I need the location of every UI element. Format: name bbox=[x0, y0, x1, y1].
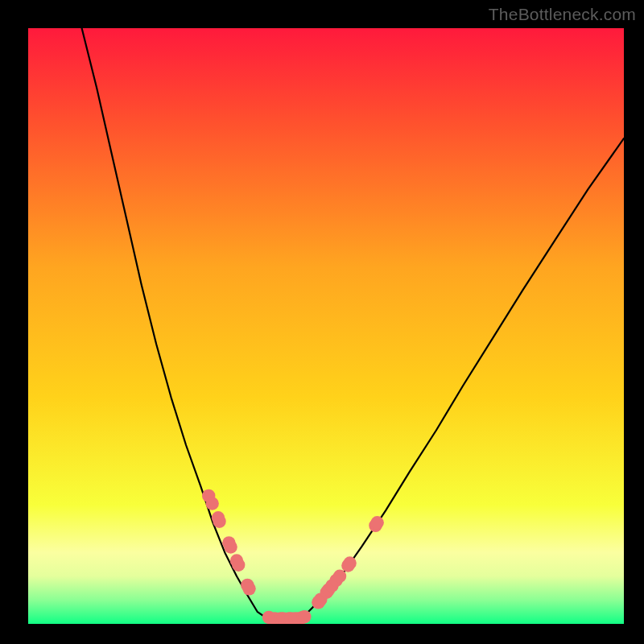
gradient-background bbox=[28, 28, 624, 624]
marker-dot bbox=[370, 516, 383, 529]
plot-area bbox=[28, 28, 624, 624]
marker-dot bbox=[298, 610, 311, 623]
marker-dot bbox=[213, 515, 225, 528]
chart-frame: TheBottleneck.com bbox=[0, 0, 644, 644]
watermark-text: TheBottleneck.com bbox=[489, 5, 636, 24]
marker-dot bbox=[205, 497, 218, 510]
marker-dot bbox=[232, 559, 245, 572]
marker-dot bbox=[333, 570, 346, 583]
bottleneck-chart bbox=[28, 28, 624, 624]
marker-dot bbox=[242, 582, 255, 595]
marker-dot bbox=[343, 556, 356, 569]
marker-dot bbox=[224, 540, 237, 553]
